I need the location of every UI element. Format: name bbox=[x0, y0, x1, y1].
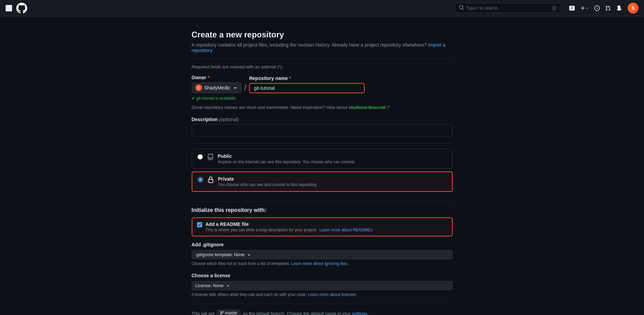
slash-separator: / bbox=[244, 84, 247, 93]
topnav: / bbox=[0, 0, 644, 16]
owner-select[interactable]: S ShadyMedic bbox=[192, 82, 242, 93]
private-radio[interactable] bbox=[198, 177, 203, 182]
divider bbox=[192, 59, 453, 59]
owner-required-star: * bbox=[208, 75, 209, 80]
search-input[interactable] bbox=[466, 5, 550, 11]
public-option[interactable]: Public Anyone on the internet can see th… bbox=[192, 149, 453, 169]
book-icon bbox=[207, 154, 214, 162]
chevron-down-icon-license bbox=[226, 283, 230, 288]
search-icon bbox=[459, 5, 464, 11]
page-subtitle: A repository contains all project files,… bbox=[192, 42, 453, 53]
owner-label: Owner * bbox=[192, 75, 242, 80]
chevron-down-icon-gitignore bbox=[247, 252, 251, 257]
repo-name-label: Repository name * bbox=[249, 76, 365, 81]
github-logo[interactable] bbox=[16, 3, 27, 14]
license-link[interactable]: Learn more about licenses. bbox=[308, 292, 357, 297]
lock-icon bbox=[207, 177, 214, 185]
readme-checkbox[interactable] bbox=[197, 222, 202, 227]
divider-3 bbox=[192, 201, 453, 202]
settings-link[interactable]: settings bbox=[352, 311, 367, 315]
visibility-options: Public Anyone on the internet can see th… bbox=[192, 149, 453, 195]
avatar[interactable]: S bbox=[628, 3, 639, 14]
description-input[interactable] bbox=[192, 124, 453, 136]
license-title: Choose a license bbox=[192, 273, 453, 278]
pullrequests-button[interactable] bbox=[603, 3, 613, 13]
main-content: Create a new repository A repository con… bbox=[186, 16, 458, 315]
issues-button[interactable] bbox=[592, 3, 602, 13]
private-option[interactable]: Private You choose who can see and commi… bbox=[192, 171, 453, 192]
readme-option[interactable]: Add a README file This is where you can … bbox=[192, 217, 453, 236]
chevron-down-icon bbox=[232, 85, 238, 90]
hamburger-menu-button[interactable] bbox=[5, 5, 12, 12]
divider-2 bbox=[192, 143, 453, 144]
required-note: Required fields are marked with an aster… bbox=[192, 64, 453, 69]
check-icon: ✔ bbox=[192, 96, 195, 101]
repo-name-required-star: * bbox=[289, 76, 291, 81]
new-plus-button[interactable] bbox=[578, 3, 591, 13]
topnav-actions bbox=[567, 3, 624, 13]
owner-avatar: S bbox=[195, 84, 202, 91]
license-section: Choose a license License: None A license… bbox=[192, 273, 453, 297]
private-text: Private You choose who can see and commi… bbox=[218, 176, 317, 187]
page-title: Create a new repository bbox=[192, 30, 453, 39]
availability-message: ✔ git-tutorial is available. bbox=[192, 96, 453, 101]
readme-learn-more-link[interactable]: Learn more about READMEs. bbox=[319, 228, 373, 232]
repo-name-group: Repository name * bbox=[249, 76, 365, 93]
license-note: A license tells others what they can and… bbox=[192, 292, 453, 297]
owner-repo-row: Owner * S ShadyMedic / Repository name * bbox=[192, 75, 453, 93]
public-text: Public Anyone on the internet can see th… bbox=[218, 153, 355, 164]
terminal-button[interactable] bbox=[567, 3, 577, 13]
divider-4 bbox=[192, 304, 453, 304]
init-section-title: Initialize this repository with: bbox=[192, 207, 453, 213]
gitignore-dropdown[interactable]: .gitignore template: None bbox=[192, 250, 453, 259]
readme-text: Add a README file This is where you can … bbox=[206, 221, 373, 232]
gitignore-note: Choose which files not to track from a l… bbox=[192, 261, 453, 266]
git-branch-icon bbox=[220, 311, 224, 315]
notifications-button[interactable] bbox=[614, 3, 624, 13]
license-dropdown[interactable]: License: None bbox=[192, 281, 453, 290]
repo-name-input[interactable] bbox=[249, 83, 365, 93]
branch-name: master bbox=[217, 310, 241, 315]
suggestion-text: Great repository names are short and mem… bbox=[192, 105, 453, 110]
owner-name: ShadyMedic bbox=[204, 85, 230, 90]
branch-note: This will set master as the default bran… bbox=[192, 310, 453, 315]
description-group: Description (optional) bbox=[192, 117, 453, 136]
description-label: Description (optional) bbox=[192, 117, 453, 122]
suggestion-name-link[interactable]: studious-broccoli bbox=[349, 105, 386, 110]
owner-group: Owner * S ShadyMedic bbox=[192, 75, 242, 93]
gitignore-section: Add .gitignore .gitignore template: None… bbox=[192, 242, 453, 266]
search-bar[interactable]: / bbox=[455, 3, 560, 13]
public-radio[interactable] bbox=[197, 154, 203, 160]
search-kbd-hint: / bbox=[552, 5, 557, 11]
gitignore-link[interactable]: Learn more about ignoring files. bbox=[291, 261, 349, 266]
gitignore-title: Add .gitignore bbox=[192, 242, 453, 247]
